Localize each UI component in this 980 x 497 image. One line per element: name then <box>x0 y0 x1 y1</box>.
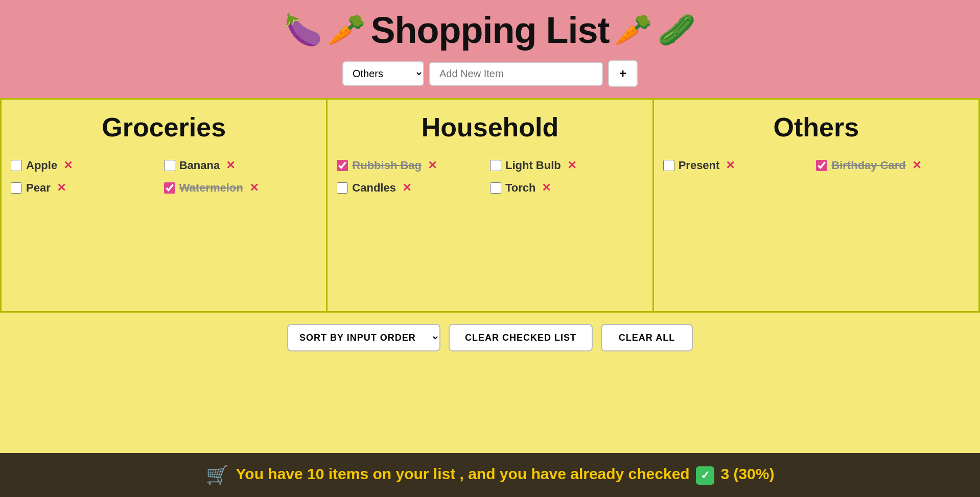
item-checkbox-light-bulb[interactable] <box>490 160 501 171</box>
item-checkbox-torch[interactable] <box>490 182 501 194</box>
status-bar: 🛒 You have 10 items on your list , and y… <box>0 453 980 497</box>
item-label-rubbish-bag: Rubbish Bag <box>352 159 422 172</box>
sort-select[interactable]: SORT BY INPUT ORDER SORT A-Z SORT Z-A <box>287 324 440 351</box>
carrot-right-icon: 🥕 <box>614 15 652 45</box>
item-label-torch: Torch <box>505 181 535 195</box>
delete-button-candles[interactable]: ✕ <box>402 182 411 194</box>
list-item: Pear ✕ <box>11 179 164 197</box>
item-checkbox-present[interactable] <box>663 160 674 171</box>
bottom-controls: SORT BY INPUT ORDER SORT A-Z SORT Z-A CL… <box>0 313 980 360</box>
status-text-after: 3 (30%) <box>720 465 774 482</box>
add-item-row: Others Groceries Household + <box>342 60 638 87</box>
title-row: 🍆 🥕 Shopping List 🥕 🥒 <box>284 9 696 51</box>
category-select[interactable]: Others Groceries Household <box>342 61 424 86</box>
list-item: Banana ✕ <box>164 157 317 174</box>
item-checkbox-apple[interactable] <box>11 160 22 171</box>
delete-button-light-bulb[interactable]: ✕ <box>567 160 576 171</box>
page-header: 🍆 🥕 Shopping List 🥕 🥒 Others Groceries H… <box>0 0 980 98</box>
list-item: Rubbish Bag ✕ <box>337 157 490 174</box>
list-item: Birthday Card ✕ <box>816 157 969 174</box>
column-others: Others Present ✕ Birthday Card ✕ <box>654 98 980 313</box>
column-title-household: Household <box>337 112 643 143</box>
item-label-candles: Candles <box>352 181 396 195</box>
item-label-light-bulb: Light Bulb <box>505 159 561 172</box>
item-checkbox-watermelon[interactable] <box>164 182 175 194</box>
item-label-banana: Banana <box>179 159 220 172</box>
list-item: Present ✕ <box>663 157 816 174</box>
app-title: Shopping List <box>371 9 610 51</box>
column-groceries: Groceries Apple ✕ Banana ✕ Pear ✕ <box>0 98 328 313</box>
list-item: Watermelon ✕ <box>164 179 317 197</box>
cucumber-icon: 🥒 <box>658 15 696 45</box>
status-text-before: You have 10 items on your list , and you… <box>236 465 690 482</box>
item-label-watermelon: Watermelon <box>179 181 243 195</box>
item-checkbox-rubbish-bag[interactable] <box>337 160 348 171</box>
delete-button-present[interactable]: ✕ <box>726 160 735 171</box>
item-checkbox-pear[interactable] <box>11 182 22 194</box>
list-item: Candles ✕ <box>337 179 490 197</box>
column-title-groceries: Groceries <box>11 112 317 143</box>
clear-all-button[interactable]: CLEAR ALL <box>601 324 693 351</box>
item-checkbox-birthday-card[interactable] <box>816 160 827 171</box>
status-text: You have 10 items on your list , and you… <box>236 465 775 484</box>
column-household: Household Rubbish Bag ✕ Light Bulb ✕ Can… <box>328 98 654 313</box>
delete-button-banana[interactable]: ✕ <box>226 160 235 171</box>
item-checkbox-banana[interactable] <box>164 160 175 171</box>
carrot-left-icon: 🥕 <box>328 15 366 45</box>
delete-button-watermelon[interactable]: ✕ <box>249 182 259 194</box>
item-label-present: Present <box>679 159 720 172</box>
main-content: Groceries Apple ✕ Banana ✕ Pear ✕ <box>0 98 980 453</box>
item-label-birthday-card: Birthday Card <box>831 159 905 172</box>
delete-button-rubbish-bag[interactable]: ✕ <box>428 160 437 171</box>
clear-checked-button[interactable]: CLEAR CHECKED LIST <box>449 324 593 351</box>
eggplant-icon: 🍆 <box>284 15 322 45</box>
delete-button-pear[interactable]: ✕ <box>57 182 66 194</box>
groceries-items-grid: Apple ✕ Banana ✕ Pear ✕ Watermelon ✕ <box>11 157 317 197</box>
item-checkbox-candles[interactable] <box>337 182 348 194</box>
item-label-pear: Pear <box>26 181 51 195</box>
list-item: Light Bulb ✕ <box>490 157 643 174</box>
check-badge: ✓ <box>696 466 714 485</box>
list-item: Torch ✕ <box>490 179 643 197</box>
item-label-apple: Apple <box>26 159 57 172</box>
new-item-input[interactable] <box>429 62 603 86</box>
add-item-button[interactable]: + <box>608 60 638 87</box>
columns-container: Groceries Apple ✕ Banana ✕ Pear ✕ <box>0 98 980 313</box>
list-item: Apple ✕ <box>11 157 164 174</box>
others-items-grid: Present ✕ Birthday Card ✕ <box>663 157 969 174</box>
column-title-others: Others <box>663 112 969 143</box>
cart-icon: 🛒 <box>206 464 229 486</box>
household-items-grid: Rubbish Bag ✕ Light Bulb ✕ Candles ✕ Tor… <box>337 157 643 197</box>
delete-button-torch[interactable]: ✕ <box>542 182 551 194</box>
delete-button-apple[interactable]: ✕ <box>63 160 73 171</box>
delete-button-birthday-card[interactable]: ✕ <box>912 160 921 171</box>
